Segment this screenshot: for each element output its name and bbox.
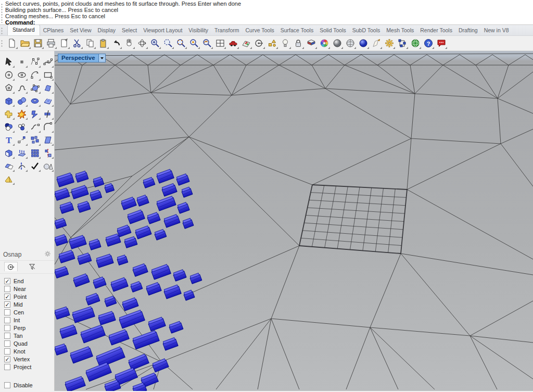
point-checkbox[interactable]: ✓ bbox=[4, 294, 10, 300]
toolbar-tab-surface-tools[interactable]: Surface Tools bbox=[277, 26, 316, 35]
osnap-item-perp[interactable]: Perp bbox=[4, 324, 54, 332]
toolbar-tab-transform[interactable]: Transform bbox=[211, 26, 242, 35]
zoom-selected-icon[interactable] bbox=[174, 37, 187, 49]
toolbar-tab-render-tools[interactable]: Render Tools bbox=[417, 26, 455, 35]
perp-checkbox[interactable] bbox=[4, 325, 10, 331]
osnap-gear-icon[interactable] bbox=[44, 250, 51, 259]
history-icon[interactable] bbox=[396, 37, 409, 49]
set-cplane-icon[interactable] bbox=[252, 37, 265, 49]
perspective-viewport[interactable]: Perspective bbox=[55, 51, 533, 391]
rendered-view-icon[interactable] bbox=[357, 37, 370, 49]
osnap-item-quad[interactable]: Quad bbox=[4, 339, 54, 347]
ellipse-tool-icon[interactable] bbox=[15, 68, 28, 81]
scale-1d-tool-icon[interactable] bbox=[41, 146, 54, 159]
toolbar-tab-viewport-layout[interactable]: Viewport Layout bbox=[140, 26, 185, 35]
text-tool-icon[interactable]: T bbox=[2, 133, 15, 146]
copy-icon[interactable] bbox=[83, 37, 96, 49]
new-file-icon[interactable] bbox=[5, 37, 18, 49]
quad-checkbox[interactable] bbox=[4, 340, 10, 347]
web-browser-icon[interactable] bbox=[409, 37, 422, 49]
viewport-title[interactable]: Perspective bbox=[58, 54, 98, 62]
toolbar-tab-standard[interactable]: Standard bbox=[7, 24, 40, 35]
near-checkbox[interactable] bbox=[4, 286, 10, 292]
osnap-item-mid[interactable]: ✓Mid bbox=[4, 300, 54, 308]
circle-tool-icon[interactable] bbox=[2, 68, 15, 81]
osnap-item-tan[interactable]: Tan bbox=[4, 332, 54, 339]
solid-box-tool-icon[interactable] bbox=[2, 146, 15, 159]
torus-tool-icon[interactable] bbox=[28, 94, 41, 107]
zoom-dynamic-icon[interactable] bbox=[148, 37, 161, 49]
cen-checkbox[interactable] bbox=[4, 309, 10, 315]
box-tool-icon[interactable] bbox=[2, 94, 15, 107]
viewport-menu-dropdown-icon[interactable] bbox=[98, 54, 105, 62]
spheres-tool-icon[interactable] bbox=[15, 94, 28, 107]
toolbar-tab-select[interactable]: Select bbox=[119, 26, 140, 35]
shaded-view-icon[interactable] bbox=[331, 37, 344, 49]
undo-view-icon[interactable] bbox=[200, 37, 213, 49]
vertex-checkbox[interactable]: ✓ bbox=[4, 356, 10, 362]
toolbar-tab-mesh-tools[interactable]: Mesh Tools bbox=[383, 26, 417, 35]
osnap-item-cen[interactable]: Cen bbox=[4, 308, 54, 316]
print-icon[interactable] bbox=[44, 37, 57, 49]
toolbar-tab-visibility[interactable]: Visibility bbox=[185, 26, 211, 35]
srf-curved-tool-icon[interactable] bbox=[41, 81, 54, 94]
toolbar-tab-new-in-v8[interactable]: New in V8 bbox=[481, 26, 512, 35]
osnap-tab-filter[interactable] bbox=[25, 262, 39, 271]
toolbar-tab-drafting[interactable]: Drafting bbox=[455, 26, 481, 35]
osnap-tab-snaps[interactable] bbox=[4, 262, 18, 271]
solid-primitives-tool-icon[interactable] bbox=[41, 159, 54, 172]
boolean-union-tool-icon[interactable] bbox=[2, 107, 15, 120]
array-grid-tool-icon[interactable] bbox=[28, 146, 41, 159]
patch-tool-icon[interactable] bbox=[41, 94, 54, 107]
zoom-window-icon[interactable] bbox=[161, 37, 174, 49]
color-wheel-icon[interactable] bbox=[318, 37, 331, 49]
extrude-tool-icon[interactable] bbox=[15, 146, 28, 159]
freeform-curve-tool-icon[interactable] bbox=[15, 81, 28, 94]
wedge-tool-icon[interactable] bbox=[2, 172, 15, 185]
curve-edit-tool-icon[interactable] bbox=[15, 159, 28, 172]
blend-curve-tool-icon[interactable] bbox=[28, 120, 41, 133]
hide-objects-icon[interactable] bbox=[278, 37, 291, 49]
point-edit-tool-icon[interactable] bbox=[28, 159, 41, 172]
osnap-item-end[interactable]: ✓End bbox=[4, 277, 54, 285]
panel-grip[interactable] bbox=[1, 3, 3, 23]
options-icon[interactable] bbox=[383, 37, 396, 49]
cplane-map-icon[interactable] bbox=[239, 37, 252, 49]
edit-properties-icon[interactable] bbox=[57, 37, 70, 49]
fillet-corner-tool-icon[interactable] bbox=[41, 120, 54, 133]
toolbar-tab-solid-tools[interactable]: Solid Tools bbox=[316, 26, 349, 35]
toolbar-tab-set-view[interactable]: Set View bbox=[67, 26, 94, 35]
toolbar-tab-cplanes[interactable]: CPlanes bbox=[40, 26, 67, 35]
render-icon[interactable] bbox=[370, 37, 383, 49]
open-folder-icon[interactable] bbox=[18, 37, 31, 49]
toolbar-tab-display[interactable]: Display bbox=[95, 26, 119, 35]
selection-filter-icon[interactable] bbox=[265, 37, 278, 49]
zoom-target-icon[interactable] bbox=[187, 37, 200, 49]
srf-points-tool-icon[interactable] bbox=[28, 81, 41, 94]
blend-circles-tool-icon[interactable] bbox=[2, 120, 15, 133]
offset-srf-tool-icon[interactable] bbox=[2, 159, 15, 172]
duplicate-tool-icon[interactable] bbox=[28, 133, 41, 146]
rectangle-tool-icon[interactable] bbox=[41, 68, 54, 81]
osnap-item-disable[interactable]: Disable bbox=[4, 381, 54, 389]
int-checkbox[interactable] bbox=[4, 317, 10, 323]
move-points-tool-icon[interactable] bbox=[15, 133, 28, 146]
viewport-canvas[interactable] bbox=[55, 51, 533, 391]
rotate-view-icon[interactable] bbox=[135, 37, 148, 49]
curve-through-tool-icon[interactable] bbox=[41, 55, 54, 68]
cut-icon[interactable] bbox=[70, 37, 83, 49]
viewport-layout-icon[interactable] bbox=[213, 37, 226, 49]
osnap-item-vertex[interactable]: ✓Vertex bbox=[4, 355, 54, 363]
tabstrip-grip[interactable] bbox=[1, 27, 3, 34]
osnap-item-point[interactable]: ✓Point bbox=[4, 293, 54, 300]
toolbar-tab-curve-tools[interactable]: Curve Tools bbox=[243, 26, 277, 35]
arc-tool-icon[interactable] bbox=[28, 68, 41, 81]
polygon-tool-icon[interactable] bbox=[2, 81, 15, 94]
toolbar-tab-subd-tools[interactable]: SubD Tools bbox=[349, 26, 384, 35]
feedback-icon[interactable] bbox=[435, 37, 448, 49]
save-icon[interactable] bbox=[31, 37, 44, 49]
shear-tool-icon[interactable] bbox=[41, 133, 54, 146]
mid-checkbox[interactable]: ✓ bbox=[4, 301, 10, 308]
toolbar-grip[interactable] bbox=[1, 40, 3, 48]
ghosted-view-icon[interactable] bbox=[344, 37, 357, 49]
